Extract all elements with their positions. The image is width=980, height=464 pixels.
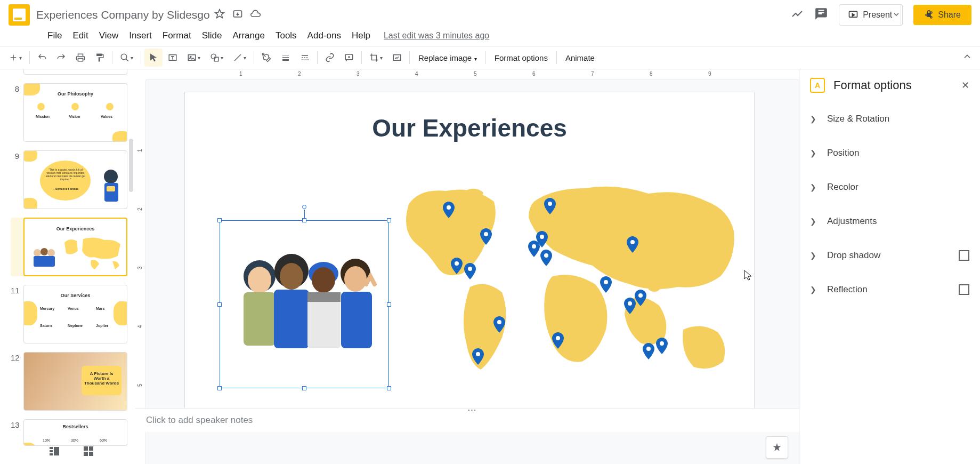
svg-rect-3 bbox=[927, 13, 932, 17]
chevron-right-icon: ❯ bbox=[810, 183, 816, 191]
slide-canvas[interactable]: Our Experiences bbox=[184, 92, 755, 412]
svg-rect-52 bbox=[54, 447, 59, 455]
slide-thumb-8[interactable]: Our Philosophy Mission Vision Values bbox=[23, 83, 127, 142]
resize-handle-ne[interactable] bbox=[387, 218, 391, 222]
chevron-right-icon: ❯ bbox=[810, 149, 816, 157]
menu-tools[interactable]: Tools bbox=[271, 28, 302, 43]
border-color-button[interactable] bbox=[257, 49, 276, 67]
redo-button[interactable] bbox=[52, 49, 70, 67]
image-tool[interactable]: ▾ bbox=[183, 49, 205, 67]
comments-icon[interactable] bbox=[814, 7, 828, 23]
menu-arrange[interactable]: Arrange bbox=[228, 28, 269, 43]
move-to-icon[interactable] bbox=[232, 9, 243, 21]
new-slide-button[interactable]: ▾ bbox=[4, 49, 26, 67]
drop-shadow-checkbox[interactable] bbox=[959, 250, 969, 261]
sidebar-item-adjustments[interactable]: ❯ Adjustments bbox=[799, 204, 980, 238]
format-options-panel: A Format options ✕ ❯ Size & Rotation ❯ P… bbox=[799, 69, 980, 464]
resize-handle-s[interactable] bbox=[302, 386, 306, 390]
slide-thumb-7-partial[interactable] bbox=[23, 69, 127, 75]
slides-logo[interactable] bbox=[9, 4, 30, 26]
sidebar-title: Format options bbox=[833, 78, 961, 92]
menu-view[interactable]: View bbox=[94, 28, 124, 43]
svg-rect-56 bbox=[89, 452, 93, 456]
menu-insert[interactable]: Insert bbox=[124, 28, 157, 43]
comment-button[interactable] bbox=[340, 49, 358, 67]
reflection-checkbox[interactable] bbox=[959, 284, 969, 295]
svg-rect-55 bbox=[84, 452, 88, 456]
select-tool[interactable] bbox=[144, 49, 163, 67]
menu-addons[interactable]: Add-ons bbox=[303, 28, 346, 43]
svg-rect-9 bbox=[214, 57, 218, 61]
present-label: Present bbox=[863, 10, 892, 20]
filmstrip-view-icon[interactable] bbox=[48, 445, 61, 458]
svg-rect-13 bbox=[104, 183, 118, 202]
svg-rect-18 bbox=[34, 256, 55, 267]
thumb-num-8: 8 bbox=[11, 83, 23, 142]
menu-file[interactable]: File bbox=[43, 28, 67, 43]
present-dropdown[interactable] bbox=[890, 4, 903, 26]
reset-image-button[interactable] bbox=[388, 49, 406, 67]
close-icon[interactable]: ✕ bbox=[961, 79, 969, 91]
title-bar: Experiences Company by Slidesgo Present … bbox=[0, 0, 980, 30]
print-button[interactable] bbox=[71, 49, 90, 67]
slide-thumb-9[interactable]: "This is a quote, words full of wisdom t… bbox=[23, 150, 127, 209]
sidebar-item-recolor[interactable]: ❯ Recolor bbox=[799, 170, 980, 204]
thumb-num-11: 11 bbox=[11, 285, 23, 343]
menu-slide[interactable]: Slide bbox=[197, 28, 227, 43]
selection-box[interactable] bbox=[220, 220, 389, 388]
grid-view-icon[interactable] bbox=[82, 445, 95, 458]
sidebar-item-size-rotation[interactable]: ❯ Size & Rotation bbox=[799, 102, 980, 136]
rotation-handle[interactable] bbox=[302, 205, 306, 209]
svg-point-16 bbox=[41, 248, 48, 255]
replace-image-button[interactable]: Replace image ▾ bbox=[413, 50, 482, 66]
format-options-button[interactable]: Format options bbox=[489, 50, 553, 66]
filmstrip-scrollbar[interactable] bbox=[129, 139, 133, 192]
format-options-icon: A bbox=[810, 78, 825, 93]
svg-rect-14 bbox=[107, 186, 115, 191]
cloud-icon[interactable] bbox=[250, 9, 261, 21]
menu-edit[interactable]: Edit bbox=[68, 28, 93, 43]
svg-rect-54 bbox=[89, 446, 93, 451]
bottom-bar bbox=[0, 438, 980, 464]
speaker-notes[interactable]: Click to add speaker notes bbox=[135, 408, 799, 432]
resize-handle-sw[interactable] bbox=[217, 386, 222, 390]
resize-handle-e[interactable] bbox=[387, 302, 391, 307]
filmstrip: 8 Our Philosophy Mission Vision Values 9 bbox=[0, 69, 135, 464]
collapse-toolbar-icon[interactable] bbox=[959, 48, 976, 67]
animate-button[interactable]: Animate bbox=[560, 50, 600, 66]
main-area: 8 Our Philosophy Mission Vision Values 9 bbox=[0, 69, 980, 464]
sidebar-item-position[interactable]: ❯ Position bbox=[799, 136, 980, 170]
undo-button[interactable] bbox=[33, 49, 51, 67]
shape-tool[interactable]: ▾ bbox=[206, 49, 228, 67]
slide-thumb-10[interactable]: Our Experiences bbox=[23, 218, 127, 276]
last-edit-link[interactable]: Last edit was 3 minutes ago bbox=[384, 31, 489, 41]
link-button[interactable] bbox=[321, 49, 339, 67]
resize-handle-n[interactable] bbox=[302, 218, 306, 222]
star-icon[interactable] bbox=[214, 9, 225, 21]
zoom-button[interactable]: ▾ bbox=[116, 49, 137, 67]
share-button[interactable]: Share bbox=[913, 5, 971, 25]
border-weight-button[interactable] bbox=[277, 49, 295, 67]
svg-point-17 bbox=[47, 249, 55, 257]
menu-help[interactable]: Help bbox=[347, 28, 375, 43]
resize-handle-se[interactable] bbox=[387, 386, 391, 390]
document-title[interactable]: Experiences Company by Slidesgo bbox=[36, 9, 210, 21]
svg-rect-11 bbox=[393, 55, 401, 61]
border-dash-button[interactable] bbox=[296, 49, 314, 67]
line-tool[interactable]: ▾ bbox=[229, 49, 250, 67]
slide-title: Our Experiences bbox=[185, 114, 754, 142]
svg-point-4 bbox=[121, 54, 127, 60]
sidebar-item-reflection[interactable]: ❯ Reflection bbox=[799, 273, 980, 307]
menu-bar: File Edit View Insert Format Slide Arran… bbox=[0, 30, 980, 46]
svg-point-12 bbox=[104, 170, 118, 183]
paint-format-button[interactable] bbox=[91, 49, 109, 67]
resize-handle-w[interactable] bbox=[217, 302, 222, 307]
slide-thumb-12[interactable]: A Picture Is Worth a Thousand Words bbox=[23, 352, 127, 411]
textbox-tool[interactable] bbox=[164, 49, 182, 67]
resize-handle-nw[interactable] bbox=[217, 218, 222, 222]
crop-button[interactable]: ▾ bbox=[365, 49, 387, 67]
menu-format[interactable]: Format bbox=[158, 28, 196, 43]
sidebar-item-drop-shadow[interactable]: ❯ Drop shadow bbox=[799, 238, 980, 273]
trending-icon[interactable] bbox=[791, 7, 804, 22]
slide-thumb-11[interactable]: Our Services Mercury Venus Mars Saturn N… bbox=[23, 285, 127, 343]
